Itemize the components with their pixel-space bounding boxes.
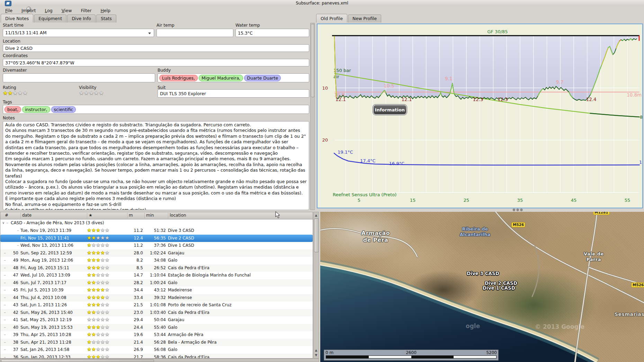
menu-item-help[interactable]: Help (98, 7, 113, 14)
dive-number: 41 (0, 316, 18, 324)
star-icon: ★ (8, 90, 12, 96)
dive-profile-chart[interactable]: 10.810.8m150 barair8019.1°C17.4°C16.9°C1… (317, 24, 643, 208)
visibility-stars[interactable]: ★★★★★ (79, 90, 104, 96)
tab-stats[interactable]: Stats (96, 15, 116, 22)
buddy-input[interactable]: Luís Rodrigues,Miguel Madureira,Duarte D… (158, 73, 309, 82)
coordinates-input[interactable] (3, 59, 309, 66)
dive-rating: ★★★★★ (87, 354, 109, 359)
dive-list-hscrollbar-thumb[interactable] (1, 359, 154, 362)
table-row[interactable]: –44Thu, Jul 4, 2013 10:08★★★★★33.439:32M… (0, 294, 313, 302)
dive-depth: 33.4 (122, 294, 143, 302)
column-header-date[interactable]: date (20, 213, 32, 218)
table-row[interactable]: –46Sun, Jul 7, 2013 17:17★★★★★28.21:00:2… (0, 279, 313, 287)
window-titlebar[interactable]: Subsurface: paneves.xml (0, 0, 644, 6)
dive-list-hscrollbar[interactable] (0, 359, 319, 362)
dive-date: Sun, Apr 21, 2013 11:28 (20, 339, 71, 346)
scroll-up-icon-bottom[interactable]: ▲ (314, 348, 319, 353)
dive-list-vscrollbar[interactable]: ▲ ▲ ▼ (313, 212, 319, 359)
dive-duration: 1:00:24 (143, 279, 166, 287)
star-icon: ★ (96, 250, 100, 255)
dive-location: Galo (168, 324, 177, 332)
star-icon: ★ (87, 242, 91, 248)
collapse-caret-icon[interactable]: ∨ (2, 219, 5, 226)
dive-location: Estação de Biologia Marinha do Funchal (168, 272, 251, 279)
start-time-combo[interactable]: 11/15/13 11:41 AM (3, 29, 154, 37)
dive-list[interactable]: #date★mminlocation ∨ – CASD - Armação de… (0, 212, 313, 359)
column-header-min[interactable]: min (144, 213, 154, 218)
scroll-down-icon[interactable]: ▼ (314, 353, 319, 358)
menu-item-log[interactable]: Log (43, 7, 54, 14)
table-row[interactable]: –Fri, Nov 15, 2013 11:41★★★★★12.456:35Di… (0, 235, 313, 242)
table-row[interactable]: –Tue, Nov 19, 2013 11:39★★★★★11.251:32Di… (0, 227, 313, 235)
table-row[interactable]: –Wed, Nov 13, 2013 11:06★★★★★11.237:36Di… (0, 242, 313, 250)
location-input[interactable] (3, 44, 309, 52)
table-row[interactable]: –47Wed, Jul 10, 2013 13:09★★★★★14.71:10:… (0, 272, 313, 279)
trip-group-row[interactable]: ∨ – CASD - Armação de Pêra, Nov 2013 (3 … (0, 219, 313, 226)
menu-item-view[interactable]: View (60, 7, 74, 14)
star-icon: ★ (91, 354, 96, 359)
suit-input[interactable] (158, 89, 309, 98)
table-row[interactable]: –49Mon, Aug 19, 2013 12:06★★★★★8.234:08G… (0, 257, 313, 264)
tab-new-profile[interactable]: New Profile (348, 15, 381, 22)
tab-dive-notes[interactable]: Dive Notes (1, 14, 33, 22)
star-icon: ★ (105, 227, 109, 233)
table-row[interactable]: –45Fri, Jul 5, 2013 10:39★★★★★34.443:12M… (0, 287, 313, 294)
dive-date: Sat, May 25, 2013 12:19 (20, 316, 72, 324)
svg-text:17.4°C: 17.4°C (360, 158, 376, 163)
form-scrollbar[interactable] (310, 23, 315, 210)
notes-textarea[interactable]: Aula do curso CASD. Transectos c/video e… (3, 121, 309, 210)
tab-equipment[interactable]: Equipment (34, 15, 66, 22)
sea-area (320, 264, 597, 362)
table-row[interactable]: –37Sat, Jan 26, 2013 14:58★★★★★26.956:08… (0, 346, 313, 354)
dive-list-vscrollbar-thumb[interactable] (314, 218, 319, 252)
table-row[interactable]: –41Sat, May 25, 2013 12:19★★★★★29.450:04… (0, 316, 313, 324)
tab-old-profile[interactable]: Old Profile (316, 14, 347, 22)
menu-item-file[interactable]: File (3, 7, 15, 14)
svg-text:35: 35 (517, 198, 523, 203)
star-icon: ★ (91, 250, 96, 255)
star-icon: ★ (100, 235, 105, 241)
table-row[interactable]: –38Sun, Apr 21, 2013 11:28★★★★★21.456:28… (0, 339, 313, 346)
form-scrollbar-thumb[interactable] (311, 24, 315, 97)
dive-location: Galo (168, 257, 177, 264)
column-header-stars[interactable]: ★ (87, 213, 92, 218)
dive-duration: 37:36 (143, 242, 166, 250)
information-button[interactable]: Information (373, 105, 407, 115)
splitter-handle[interactable]: ●●● (512, 208, 524, 211)
dive-date: Sun, May 26, 2013 15:40 (20, 309, 73, 317)
star-icon: ★ (91, 317, 96, 322)
star-icon: ★ (96, 272, 100, 278)
table-row[interactable]: –36Sun, Jan 20, 2013 12:33★★★★★21.758:36… (0, 354, 313, 359)
tab-dive-info[interactable]: Dive Info (67, 15, 96, 22)
column-header-location[interactable]: location (168, 213, 186, 218)
star-icon: ★ (91, 257, 96, 263)
divemaster-input[interactable] (3, 73, 155, 82)
menu-item-import[interactable]: Import (19, 7, 38, 14)
tags-input[interactable]: boat,instructor,scientific (3, 105, 309, 114)
table-row[interactable]: –50Sun, Sep 22, 2013 12:59★★★★★28.01:02:… (0, 250, 313, 257)
star-icon: ★ (91, 339, 96, 345)
star-icon: ★ (96, 257, 100, 263)
tags-label: Tags (3, 100, 12, 105)
table-row[interactable]: –43Sat, Jun 1, 2013 11:26★★★★★21.51:01:0… (0, 301, 313, 309)
dive-rating: ★★★★★ (87, 272, 109, 279)
map-panel[interactable]: Armaçãode PêraRibeira deAlcantarilhaVale… (320, 212, 644, 362)
column-header-num[interactable]: # (3, 213, 8, 218)
air-temp-input[interactable] (156, 29, 233, 37)
scroll-up-icon[interactable]: ▲ (314, 213, 319, 218)
rating-stars[interactable]: ★★★★★ (3, 90, 28, 96)
dive-list-header[interactable]: #date★mminlocation (0, 212, 313, 219)
menu-item-filter[interactable]: Filter (79, 7, 93, 14)
column-header-m[interactable]: m (127, 213, 133, 218)
table-row[interactable]: –48Fri, Aug 16, 2013 15:11★★★★★8.526:52C… (0, 264, 313, 272)
svg-text:12.3: 12.3 (473, 97, 483, 102)
table-row[interactable]: –39Thu, Apr 25, 2013 10:28★★★★★19.653:44… (0, 331, 313, 339)
table-row[interactable]: –42Sun, May 26, 2013 15:40★★★★★23.01:03:… (0, 309, 313, 317)
water-temp-input[interactable] (235, 29, 309, 37)
svg-text:80: 80 (640, 115, 642, 120)
scale-end: 5200 (486, 350, 497, 355)
chevron-down-icon[interactable] (148, 33, 151, 34)
star-icon: ★ (18, 90, 23, 96)
table-row[interactable]: –40Sun, May 19, 2013 15:53★★★★★24.455:40… (0, 324, 313, 332)
svg-text:16: 16 (639, 160, 642, 165)
